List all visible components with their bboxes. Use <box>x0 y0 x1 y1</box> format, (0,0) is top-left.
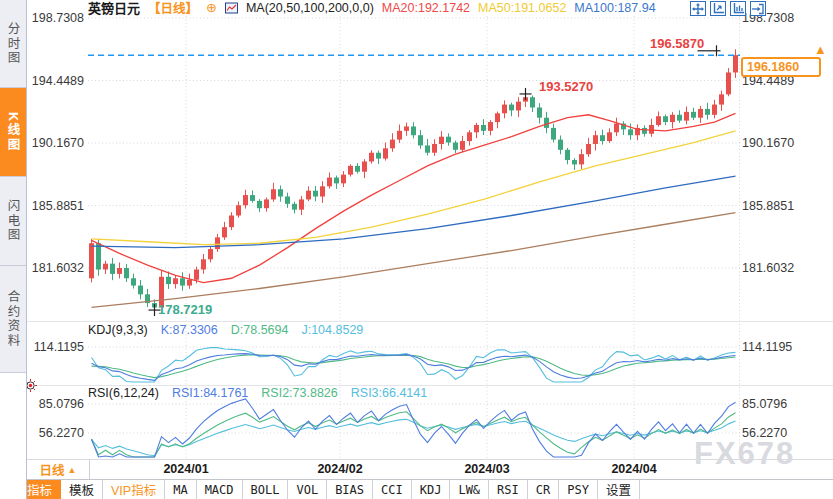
price-tick-label: 190.1670 <box>26 136 84 150</box>
sidebar-tab-闪电图[interactable]: 闪电图 <box>0 177 26 266</box>
price-tick-label: 181.6032 <box>26 261 84 275</box>
sidebar-tab-分时图[interactable]: 分时图 <box>0 0 26 88</box>
swing-high-annotation: 193.5270 <box>539 79 593 94</box>
ma50-value: MA50:191.0652 <box>478 1 566 15</box>
toolbar-item-设置[interactable]: 设置 <box>598 480 640 499</box>
chart-application: FX678 分时图K线图闪电图合约资料 英镑日元 【日线】 ⊕ MA(20,50… <box>0 0 833 499</box>
sidebar: 分时图K线图闪电图合约资料 <box>0 0 27 499</box>
ma20-value: MA20:192.1742 <box>382 1 470 15</box>
kdj-pane-header: KDJ(9,3,3) K:87.3306 D:78.5694 J:104.852… <box>88 323 363 337</box>
price-up-arrow-icon: ▲ <box>814 42 827 57</box>
date-label: 2024/01 <box>163 462 208 476</box>
kdj-tick-label: 114.1195 <box>742 340 802 354</box>
rsi-tick-label: 56.2270 <box>742 426 802 440</box>
rsi-tick-label: 85.0796 <box>742 397 802 411</box>
symbol-name: 英镑日元 <box>88 0 140 17</box>
chart-tool-icons <box>690 1 766 16</box>
ma-chart-icon <box>225 2 238 14</box>
triangle-up-icon: ▲ <box>68 465 77 475</box>
price-tick-label: 185.8851 <box>742 199 802 213</box>
kdj-title[interactable]: KDJ(9,3,3) <box>88 323 148 337</box>
period-selector-button[interactable]: 日线 ▲ <box>27 460 90 479</box>
exit-right-icon[interactable] <box>750 1 766 16</box>
toolbar-item-VIP指标[interactable]: VIP指标 <box>103 480 165 499</box>
add-indicator-icon[interactable]: ⊕ <box>206 1 217 14</box>
axis-fit-icon[interactable] <box>730 1 746 16</box>
toolbar-item-KDJ[interactable]: KDJ <box>412 480 451 499</box>
toolbar-item-LW&[interactable]: LW& <box>450 480 489 499</box>
date-label: 2024/04 <box>611 462 656 476</box>
price-tick-label: 190.1670 <box>742 136 802 150</box>
toolbar-item-MACD[interactable]: MACD <box>197 480 243 499</box>
toolbar-item-CCI[interactable]: CCI <box>373 480 412 499</box>
axis-pan-icon[interactable] <box>710 1 726 16</box>
toolbar-item-CR[interactable]: CR <box>528 480 559 499</box>
toolbar-item-PSY[interactable]: PSY <box>559 480 598 499</box>
rsi1-value: RSI1:84.1761 <box>172 386 248 400</box>
toolbar-item-RSI[interactable]: RSI <box>489 480 528 499</box>
low-price-annotation: 178.7219 <box>158 302 212 317</box>
indicator-toolbar: 指标模板VIP指标MAMACDBOLLVOLBIASCCIKDJLW&RSICR… <box>0 479 833 499</box>
kdj-tick-label: 114.1195 <box>26 340 84 354</box>
price-tick-label: 181.6032 <box>742 261 802 275</box>
rsi3-value: RSI3:66.4141 <box>351 386 427 400</box>
date-label: 2024/03 <box>464 462 509 476</box>
toolbar-item-MA[interactable]: MA <box>165 480 196 499</box>
chart-header: 英镑日元 【日线】 ⊕ MA(20,50,100,200,0,0) MA20:1… <box>88 0 656 15</box>
period-label[interactable]: 【日线】 <box>148 0 198 17</box>
rsi2-value: RSI2:73.8826 <box>261 386 337 400</box>
toolbar-item-模板[interactable]: 模板 <box>61 480 103 499</box>
move-icon[interactable] <box>690 1 706 16</box>
toolbar-item-VOL[interactable]: VOL <box>288 480 327 499</box>
price-tick-label: 185.8851 <box>26 199 84 213</box>
ma100-value: MA100:187.94 <box>574 1 655 15</box>
kdj-k-value: K:87.3306 <box>161 323 218 337</box>
sidebar-tab-K线图[interactable]: K线图 <box>0 88 26 177</box>
price-tick-label: 198.7308 <box>26 11 84 25</box>
rsi-pane-header: RSI(6,12,24) RSI1:84.1761 RSI2:73.8826 R… <box>88 386 427 400</box>
ma-settings-label[interactable]: MA(20,50,100,200,0,0) <box>246 1 374 15</box>
date-label: 2024/02 <box>317 462 362 476</box>
period-button-label: 日线 <box>40 460 65 479</box>
sidebar-tab-合约资料[interactable]: 合约资料 <box>0 266 26 373</box>
rsi-tick-label: 56.2270 <box>26 426 84 440</box>
rsi-title[interactable]: RSI(6,12,24) <box>88 386 159 400</box>
toolbar-item-BIAS[interactable]: BIAS <box>327 480 373 499</box>
x-axis: 日线 ▲ <box>0 459 833 480</box>
current-price-label: 196.1860 <box>741 57 821 77</box>
toolbar-item-BOLL[interactable]: BOLL <box>243 480 289 499</box>
rsi-tick-label: 85.0796 <box>26 397 84 411</box>
kdj-d-value: D:78.5694 <box>231 323 289 337</box>
kdj-j-value: J:104.8529 <box>301 323 363 337</box>
price-tick-label: 194.4489 <box>26 74 84 88</box>
high-price-annotation: 196.5870 <box>650 36 704 51</box>
